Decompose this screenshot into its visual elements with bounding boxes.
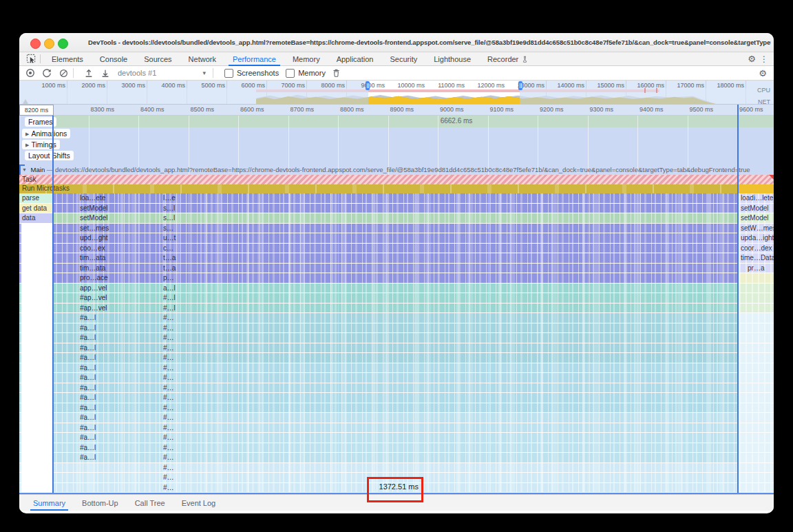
flame-bars-right[interactable] — [739, 473, 774, 482]
flame-bars[interactable] — [53, 304, 738, 313]
flame-bars-right[interactable]: pr…a — [739, 264, 774, 273]
flame-bars-right[interactable]: loadi…lete — [739, 193, 774, 203]
flame-bars[interactable] — [53, 373, 738, 383]
flame-bars[interactable] — [53, 463, 738, 473]
tab-memory[interactable]: Memory — [284, 52, 328, 66]
details-tab-event-log[interactable]: Event Log — [173, 495, 224, 511]
load-profile-button[interactable] — [83, 67, 94, 78]
flame-bars-right[interactable] — [739, 313, 774, 323]
flame-bar-get-data[interactable]: get data — [19, 204, 53, 213]
flame-bars[interactable] — [53, 273, 738, 283]
memory-checkbox[interactable]: Memory — [286, 69, 326, 78]
flame-bars-right[interactable] — [739, 463, 774, 473]
flame-bar-parse[interactable]: parse — [19, 193, 53, 203]
flame-bars[interactable] — [53, 313, 738, 323]
minimize-window-button[interactable] — [44, 39, 54, 49]
screenshots-checkbox[interactable]: Screenshots — [224, 69, 279, 78]
garbage-collect-button[interactable] — [331, 67, 342, 78]
track-header-animations[interactable]: ▶Animations — [22, 129, 70, 138]
flame-bars-right[interactable]: setModel — [739, 204, 774, 213]
flame-bars-right[interactable] — [739, 363, 774, 373]
flame-bars-right[interactable]: upda…ight — [739, 233, 774, 243]
flame-bars[interactable] — [53, 433, 738, 443]
tab-lighthouse[interactable]: Lighthouse — [425, 52, 479, 66]
flame-bars-right[interactable] — [739, 433, 774, 443]
details-tab-call-tree[interactable]: Call Tree — [127, 495, 173, 511]
details-tab-bottom-up[interactable]: Bottom-Up — [74, 495, 127, 511]
profile-dropdown[interactable]: devtools #1 ▾ — [115, 67, 209, 79]
flame-bars[interactable] — [53, 413, 738, 423]
flame-bars-right[interactable] — [739, 403, 774, 413]
flame-bar-task[interactable]: Task — [19, 175, 774, 184]
track-header-main[interactable]: ▼ Main — devtools://devtools/bundled/dev… — [22, 166, 772, 175]
flame-bars[interactable] — [53, 443, 738, 453]
tab-performance[interactable]: Performance — [224, 52, 284, 66]
flame-bars[interactable] — [53, 213, 738, 223]
tab-network[interactable]: Network — [180, 52, 224, 66]
flame-bars-right[interactable] — [739, 413, 774, 423]
flame-bars[interactable] — [53, 403, 738, 413]
tab-application[interactable]: Application — [328, 52, 382, 66]
timeline-overview[interactable]: 1000 ms2000 ms3000 ms4000 ms5000 ms6000 … — [19, 81, 774, 105]
flame-bars[interactable] — [53, 363, 738, 373]
flame-bars-right[interactable] — [739, 383, 774, 393]
flame-bars[interactable] — [53, 193, 738, 203]
flame-bars-right[interactable] — [739, 273, 774, 283]
zoom-window-button[interactable] — [58, 39, 68, 49]
save-profile-button[interactable] — [100, 67, 111, 78]
flame-bars-right[interactable] — [739, 284, 774, 293]
settings-gear-icon[interactable]: ⚙ — [748, 54, 756, 65]
flame-bars[interactable] — [53, 284, 738, 293]
flame-bars-right[interactable]: coor…dex — [739, 244, 774, 253]
inspect-element-button[interactable] — [25, 54, 37, 65]
tab-sources[interactable]: Sources — [136, 52, 180, 66]
flame-bars-right[interactable] — [739, 323, 774, 333]
tab-recorder[interactable]: Recorder — [479, 52, 537, 66]
flame-bars-right[interactable] — [739, 353, 774, 363]
flame-chart[interactable]: 6662.6 ms parseloa…etel…eloadi…leteget d… — [19, 105, 774, 493]
flame-bar-data[interactable]: data — [19, 213, 53, 223]
details-tab-summary[interactable]: Summary — [25, 495, 74, 511]
tab-console[interactable]: Console — [92, 52, 136, 66]
flame-bars[interactable] — [53, 204, 738, 213]
flame-bars[interactable] — [53, 353, 738, 363]
selection-left-handle[interactable] — [366, 81, 370, 90]
flame-bars-right[interactable] — [739, 483, 774, 493]
selection-range-line-right[interactable] — [737, 105, 739, 493]
flame-bars[interactable] — [53, 383, 738, 393]
clear-recording-button[interactable] — [58, 67, 69, 78]
flame-bars[interactable] — [53, 264, 738, 273]
flame-bars[interactable] — [53, 333, 738, 343]
flame-bars-right[interactable] — [739, 333, 774, 343]
capture-settings-button[interactable]: ⚙ — [759, 67, 774, 79]
flame-bars[interactable] — [53, 233, 738, 243]
flame-bars-right[interactable] — [739, 373, 774, 383]
track-header-timings[interactable]: ▶Timings — [22, 140, 60, 149]
selection-right-handle[interactable] — [518, 81, 522, 90]
flame-bars-right[interactable] — [739, 343, 774, 353]
track-header-frames[interactable]: Frames — [25, 117, 56, 127]
flame-bars-right[interactable]: time…Data — [739, 253, 774, 263]
record-button[interactable] — [25, 67, 36, 78]
flame-bars[interactable] — [53, 244, 738, 253]
track-header-layout-shifts[interactable]: Layout Shifts — [25, 151, 74, 160]
flame-bar-run-microtasks[interactable]: Run Microtasks — [19, 184, 774, 193]
selection-range-line-left[interactable] — [52, 116, 54, 493]
flame-bars[interactable] — [53, 453, 738, 462]
reload-and-record-button[interactable] — [41, 67, 52, 78]
flame-bars-right[interactable] — [739, 443, 774, 453]
flame-bars[interactable] — [53, 253, 738, 263]
flame-bars[interactable] — [53, 323, 738, 333]
flame-bars[interactable] — [53, 293, 738, 303]
flame-bars[interactable] — [53, 343, 738, 353]
flame-bars-right[interactable]: setModel — [739, 213, 774, 223]
tab-elements[interactable]: Elements — [43, 52, 92, 66]
flame-bars-right[interactable] — [739, 453, 774, 462]
more-options-kebab-icon[interactable]: ⋮ — [760, 54, 768, 65]
flame-bars-right[interactable] — [739, 293, 774, 303]
close-window-button[interactable] — [30, 39, 41, 49]
flame-bars-right[interactable] — [739, 423, 774, 433]
tab-security[interactable]: Security — [381, 52, 425, 66]
flame-bars[interactable] — [53, 423, 738, 433]
flame-bars[interactable] — [53, 393, 738, 403]
